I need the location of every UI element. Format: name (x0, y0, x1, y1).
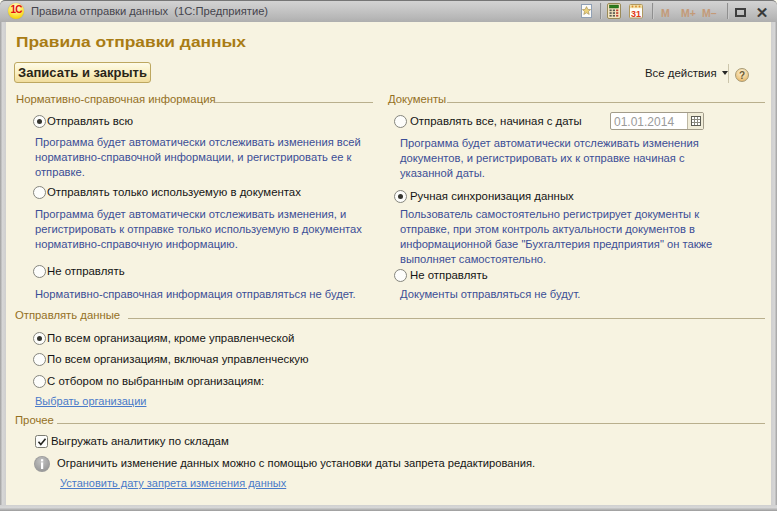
svg-text:31: 31 (631, 9, 641, 19)
